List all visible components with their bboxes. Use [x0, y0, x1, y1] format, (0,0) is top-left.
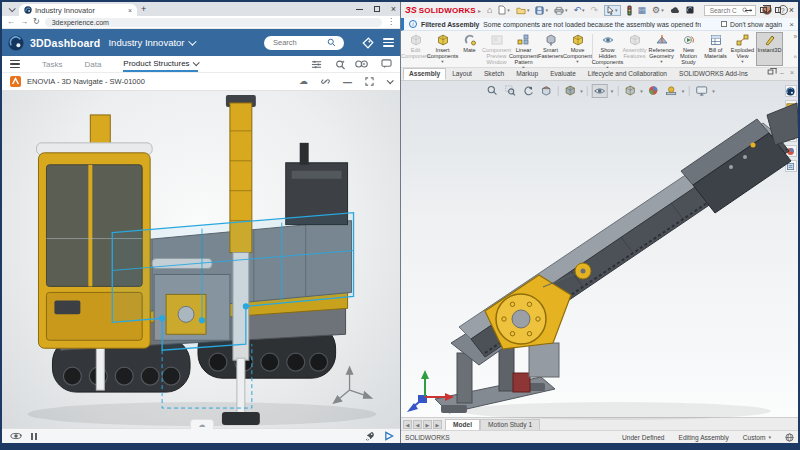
- search-icon: [327, 38, 336, 47]
- media-player-icon[interactable]: [355, 56, 368, 72]
- tab-evaluate[interactable]: Evaluate: [544, 68, 582, 80]
- cloud-status-icon[interactable]: ☁: [299, 77, 308, 86]
- rocket-icon[interactable]: [365, 431, 375, 441]
- infobar-title: Filtered Assembly: [421, 21, 479, 28]
- command-manager-tabs: Assembly Layout Sketch Markup Evaluate L…: [401, 68, 798, 81]
- dashboard-menu-icon[interactable]: [383, 38, 394, 47]
- back-icon[interactable]: ←: [7, 18, 15, 26]
- ribbon-edit-component[interactable]: Edit Component: [402, 32, 429, 66]
- insert-components-icon: [437, 34, 449, 46]
- ribbon-move-component[interactable]: Move Component▾: [564, 32, 591, 66]
- browser-menu-icon[interactable]: ⋮: [387, 18, 395, 26]
- 3dplay-icon[interactable]: [384, 431, 394, 441]
- performance-pipeline-icon[interactable]: [627, 5, 632, 16]
- web-help-globe-icon[interactable]: [785, 433, 794, 442]
- comments-icon[interactable]: [381, 56, 392, 72]
- address-bar[interactable]: 3dexperience.com: [45, 18, 382, 27]
- chevron-down-icon: [192, 59, 199, 66]
- tab-search-chevron-icon[interactable]: [5, 4, 17, 15]
- ribbon-collapse-icon[interactable]: ^: [794, 54, 797, 61]
- forward-icon[interactable]: →: [20, 18, 28, 26]
- reference-geometry-icon: [656, 34, 668, 46]
- ribbon-assembly-features[interactable]: Assembly Features: [621, 32, 648, 66]
- share-link-icon[interactable]: [321, 77, 330, 86]
- doc-restore-icon[interactable]: [768, 70, 774, 75]
- cloud-services-icon[interactable]: [670, 7, 680, 14]
- browser-tab-strip: Industry Innovator × + ×: [2, 2, 400, 16]
- collapse-handle[interactable]: ☁: [190, 419, 214, 429]
- evaluate-table-icon[interactable]: ▦: [638, 6, 647, 15]
- tab-assembly[interactable]: Assembly: [403, 68, 446, 80]
- tab-data[interactable]: Data: [84, 56, 101, 72]
- reload-icon[interactable]: ↻: [33, 18, 40, 26]
- dashboard-search-input[interactable]: [271, 37, 327, 48]
- new-document-icon[interactable]: ▾: [498, 5, 510, 15]
- dashboard-search[interactable]: [264, 36, 344, 50]
- tab-solidworks-addins[interactable]: SOLIDWORKS Add-Ins: [673, 68, 754, 80]
- dont-show-again[interactable]: Don't show again: [721, 21, 782, 28]
- sw-minimize-button[interactable]: [745, 10, 752, 11]
- print-icon[interactable]: ▾: [554, 6, 568, 15]
- undo-icon[interactable]: ↶▾: [573, 6, 584, 15]
- widget-expand-icon[interactable]: [365, 77, 374, 86]
- 3dtag-icon[interactable]: [362, 37, 374, 49]
- save-icon[interactable]: ▾: [535, 6, 548, 15]
- ai-search-icon[interactable]: [335, 56, 346, 72]
- units-selector[interactable]: Custom▾: [743, 434, 771, 441]
- infobar-close-icon[interactable]: ×: [789, 20, 794, 29]
- window-maximize-button[interactable]: [374, 6, 380, 12]
- new-tab-button[interactable]: +: [141, 4, 146, 14]
- solidworks-graphics-area[interactable]: ▾ ▾ ▾ ▾ ▾: [401, 81, 798, 417]
- view-options-icon[interactable]: [311, 56, 322, 72]
- ribbon-show-hidden-components[interactable]: Show Hidden Components▾: [594, 32, 621, 66]
- solidworks-logo: ЗS SOLIDWORKS ▸: [405, 5, 481, 15]
- mate-icon: [464, 34, 476, 46]
- tab-tasks[interactable]: Tasks: [42, 56, 62, 72]
- solidworks-search-input[interactable]: [708, 6, 742, 15]
- solidworks-status-bar: SOLIDWORKS Under Defined Editing Assembl…: [401, 430, 798, 443]
- doc-minimize-icon[interactable]: –: [780, 69, 784, 76]
- sw-close-button[interactable]: ×: [789, 6, 794, 15]
- tab-layout[interactable]: Layout: [446, 68, 478, 80]
- open-icon[interactable]: ▾: [516, 6, 530, 15]
- options-icon[interactable]: ⚙▾: [652, 6, 664, 15]
- ribbon-bill-of-materials[interactable]: Bill of Materials: [702, 32, 729, 66]
- sw-maximize-button[interactable]: [775, 7, 781, 13]
- browser-tab[interactable]: Industry Innovator ×: [19, 4, 137, 16]
- widget-minimize-icon[interactable]: –: [343, 74, 352, 90]
- doc-close-icon[interactable]: ×: [790, 69, 794, 76]
- sw-layout-button[interactable]: [760, 7, 767, 13]
- tab-sketch[interactable]: Sketch: [478, 68, 510, 80]
- 3ds-compass-logo: [8, 35, 24, 51]
- widget-more-icon[interactable]: [387, 79, 392, 84]
- ribbon-instant3d[interactable]: Instant3D: [756, 32, 783, 66]
- ribbon-smart-fasteners[interactable]: Smart Fasteners: [537, 32, 564, 66]
- dashboard-sidebar-icon[interactable]: [10, 60, 20, 69]
- dashboard-space-selector[interactable]: Industry Innovator: [108, 37, 193, 48]
- tab-product-structures[interactable]: Product Structures: [123, 56, 197, 72]
- redo-icon[interactable]: ↷: [590, 6, 598, 15]
- pause-icon[interactable]: [31, 433, 37, 440]
- tab-close-icon[interactable]: ×: [128, 7, 132, 14]
- window-minimize-button[interactable]: [356, 9, 363, 10]
- orbit-mode-icon[interactable]: [10, 431, 22, 441]
- 3dexperience-marketplace-icon: [686, 6, 694, 14]
- browser-tab-title: Industry Innovator: [35, 6, 125, 15]
- enovia-3d-viewport[interactable]: [2, 91, 400, 428]
- ribbon-exploded-view[interactable]: Exploded View▾: [729, 32, 756, 66]
- ribbon-component-preview-window[interactable]: Component Preview Window: [483, 32, 510, 66]
- ribbon-insert-components[interactable]: Insert Components▾: [429, 32, 456, 66]
- dont-show-again-checkbox[interactable]: [721, 21, 727, 27]
- ribbon-new-motion-study[interactable]: New Motion Study: [675, 32, 702, 66]
- tab-lifecycle-collaboration[interactable]: Lifecycle and Collaboration: [582, 68, 673, 80]
- window-close-button[interactable]: ×: [391, 5, 396, 14]
- ribbon-reference-geometry[interactable]: Reference Geometry▾: [648, 32, 675, 66]
- tab-markup[interactable]: Markup: [510, 68, 544, 80]
- drill-mast-assembly-model: [401, 81, 798, 427]
- chevron-down-icon: [387, 77, 394, 84]
- ribbon-linear-component-pattern[interactable]: Linear Component Pattern▾: [510, 32, 537, 66]
- home-icon[interactable]: ⌂: [487, 6, 492, 15]
- ribbon-mate[interactable]: Mate: [456, 32, 483, 66]
- select-tool-icon[interactable]: ▾: [604, 5, 621, 16]
- ribbon-overflow-icon[interactable]: »: [793, 33, 797, 40]
